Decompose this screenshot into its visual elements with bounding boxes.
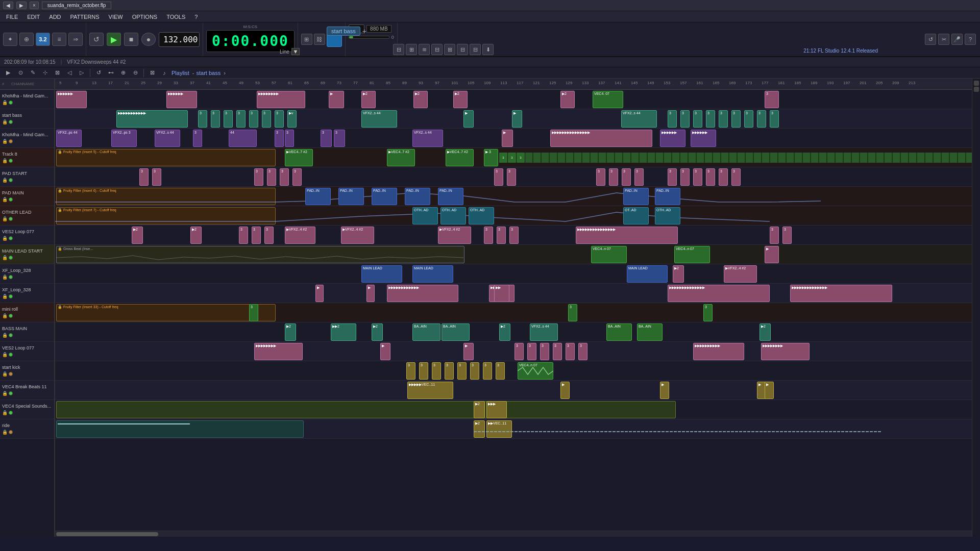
pattern-t15-6[interactable]: 3: [470, 362, 479, 380]
pattern-t5-14[interactable]: 3: [680, 168, 690, 186]
pattern-t3-vfx2[interactable]: VFX2..ps 3: [111, 130, 137, 147]
pattern-t2-9[interactable]: ▶: [463, 110, 474, 128]
pattern-t10-ml3[interactable]: MAIN LEAD: [627, 265, 668, 283]
track-11-dot[interactable]: [9, 294, 13, 298]
pattern-t15-7[interactable]: 3: [483, 362, 492, 380]
pattern-t1-4[interactable]: ▶: [329, 91, 344, 108]
step-btn[interactable]: ⊞: [444, 44, 455, 55]
pattern-t13-vfx[interactable]: VFX2..s 44: [530, 323, 558, 341]
pattern-t5-7[interactable]: 3: [494, 168, 503, 186]
zoom-in-btn[interactable]: ⊕: [118, 68, 128, 78]
pattern-t1-3[interactable]: ▶▶▶▶▶▶▶▶: [257, 91, 305, 108]
track-17-dot[interactable]: [9, 411, 13, 415]
track-18-lock[interactable]: 🔒: [2, 430, 8, 435]
pattern-t14-3[interactable]: ▶: [463, 343, 474, 360]
pattern-t1-vec4[interactable]: VEC4. 07: [593, 91, 623, 108]
plugin-btn[interactable]: ⊟: [470, 44, 481, 55]
record-tool[interactable]: ⇒: [68, 33, 83, 46]
track-7-dot[interactable]: [9, 217, 13, 221]
pattern-t2-14[interactable]: 3: [706, 110, 715, 128]
pattern-t15-5[interactable]: 3: [457, 362, 467, 380]
download-btn[interactable]: ⬇: [482, 44, 494, 55]
pattern-t4-1[interactable]: ▶ 3: [484, 149, 498, 166]
menu-edit[interactable]: EDIT: [23, 13, 44, 21]
pattern-t5-4[interactable]: 3: [267, 168, 276, 186]
pattern-t11-big[interactable]: ▶▶▶▶▶▶▶▶▶▶▶▶▶▶: [668, 285, 770, 302]
pattern-t11-1[interactable]: ▶: [315, 285, 324, 302]
pattern-t2-v[interactable]: ▶v: [287, 110, 297, 128]
pattern-t5-3[interactable]: 3: [254, 168, 263, 186]
pattern-t2-5[interactable]: 3: [236, 110, 246, 128]
pattern-t8-5[interactable]: 3: [264, 227, 274, 244]
track-12-row[interactable]: 🔒 Fruity Filter (Insert 33) - Cutoff fre…: [55, 303, 972, 322]
mixer-btn[interactable]: ⊞: [301, 34, 312, 45]
pattern-t3-vfx6[interactable]: ▶▶▶▶▶▶: [660, 130, 685, 147]
track-4-lock[interactable]: 🔒: [2, 158, 8, 163]
snap-btn[interactable]: ⊠: [147, 68, 157, 78]
help-btn[interactable]: ?: [965, 34, 976, 45]
track-13-lock[interactable]: 🔒: [2, 333, 8, 338]
mic-btn[interactable]: 🎤: [951, 34, 963, 45]
track-5-row[interactable]: 3 3 3 3 3 3 3 3 3 3 3 3 3 3 3 3 3 3: [55, 167, 972, 187]
track-5-lock[interactable]: 🔒: [2, 178, 8, 183]
track-9-lock[interactable]: 🔒: [2, 255, 8, 260]
pattern-t5-2[interactable]: 3: [152, 168, 161, 186]
track-3-dot[interactable]: [9, 139, 13, 143]
pattern-t16-5[interactable]: ▶: [765, 382, 774, 399]
pause-btn[interactable]: ●: [141, 33, 156, 46]
pattern-t3-1[interactable]: 3: [193, 130, 202, 147]
pattern-t5-16[interactable]: 3: [706, 168, 715, 186]
pattern-t2-12[interactable]: 3: [680, 110, 690, 128]
track-15-row[interactable]: 3 3 3 3 3 3 3 3 VEC4..n 07: [55, 361, 972, 381]
pattern-t8-vfx2[interactable]: ▶VFX2..4 #2: [341, 227, 374, 244]
pattern-t2-10[interactable]: ▶: [512, 110, 522, 128]
pattern-t4-filter[interactable]: 🔒 Fruity Filter (Insert 5) - Cutoff freq: [56, 149, 276, 166]
pattern-t1-8[interactable]: ▶2: [560, 91, 575, 108]
menu-tools[interactable]: TOOLS: [162, 13, 189, 21]
timeline-area[interactable]: 5 9 13 17 21 25 29 33 37 41 45 49 53 57 …: [55, 79, 972, 537]
track-2-lock[interactable]: 🔒: [2, 119, 8, 124]
mixer-view-btn[interactable]: ⊟: [393, 44, 404, 55]
track-1-dot[interactable]: [9, 101, 13, 105]
pattern-t3-vfx4[interactable]: 44: [229, 130, 257, 147]
track-14-row[interactable]: ▶▶▶▶▶▶▶▶ ▶ ▶ 3 3 3 3 3 3 ▶▶▶▶▶▶▶▶▶▶ ▶▶▶▶…: [55, 342, 972, 361]
track-9-row[interactable]: 🔒 Gross Beat (Inse... VEC4..n 07 VEC4..n…: [55, 245, 972, 264]
pattern-t3-vfx5[interactable]: VFX2..s 44: [412, 130, 443, 147]
tab-next-btn[interactable]: ▶: [16, 2, 27, 9]
track-14-lock[interactable]: 🔒: [2, 352, 8, 357]
speaker-btn[interactable]: ♪: [159, 68, 169, 78]
pattern-t11-end[interactable]: ▶▶▶▶▶▶▶▶▶▶▶▶▶▶: [790, 285, 892, 302]
tab-close-btn[interactable]: ×: [30, 2, 39, 9]
pattern-t3-5[interactable]: 3: [334, 130, 345, 147]
play-small-btn[interactable]: ▶: [3, 68, 13, 78]
pattern-t3-4[interactable]: 3: [321, 130, 332, 147]
pattern-t8-3[interactable]: 3: [239, 227, 248, 244]
pattern-t8-vfx3[interactable]: ▶VFX2..4 #2: [438, 227, 471, 244]
pattern-t2-11[interactable]: 3: [668, 110, 677, 128]
pattern-t10-1[interactable]: ▶2: [673, 265, 684, 283]
pencil-tool[interactable]: ✎: [28, 68, 38, 78]
cursor-tool[interactable]: ✦: [3, 33, 17, 46]
channel-btn[interactable]: ≋: [419, 44, 430, 55]
pattern-t5-11[interactable]: 3: [622, 168, 631, 186]
add-pattern-btn[interactable]: +: [362, 27, 366, 35]
pattern-t5-8[interactable]: 3: [507, 168, 516, 186]
pattern-t2-15[interactable]: 3: [719, 110, 728, 128]
pattern-t11-steps[interactable]: ▶▶▶▶▶▶▶▶▶▶▶▶: [387, 285, 458, 302]
track-15-lock[interactable]: 🔒: [2, 371, 8, 377]
scrollbar-thumb[interactable]: [56, 532, 158, 536]
browser-btn[interactable]: ⊟: [457, 44, 468, 55]
pattern-t6-pad2[interactable]: PAD..IN: [338, 188, 364, 205]
pattern-t2-vfx1[interactable]: VFX2..s 44: [361, 110, 397, 128]
pattern-t4-vec3[interactable]: ▶VEC4..7 #2: [446, 149, 474, 166]
forward-tool[interactable]: ▷: [77, 68, 87, 78]
pattern-t7-filter[interactable]: 🔒 Fruity Filter (Insert 7) - Cutoff freq: [56, 207, 276, 224]
pattern-t6-pad5[interactable]: PAD..IN: [438, 188, 463, 205]
pattern-t13-4[interactable]: ▶2: [499, 323, 510, 341]
pattern-t5-17[interactable]: 3: [719, 168, 728, 186]
track-11-row[interactable]: ▶ ▶ ▶▶▶▶▶▶▶▶▶▶▶▶ ▶▶▶▶ ▶▶ ▶▶▶▶▶▶▶▶▶▶▶▶▶▶ …: [55, 284, 972, 303]
pattern-t15-4[interactable]: 3: [445, 362, 454, 380]
pattern-t3-3[interactable]: 3: [285, 130, 294, 147]
track-18-dot[interactable]: [9, 430, 13, 434]
pattern-t14-big[interactable]: ▶▶▶▶▶▶▶▶▶▶: [693, 343, 744, 360]
